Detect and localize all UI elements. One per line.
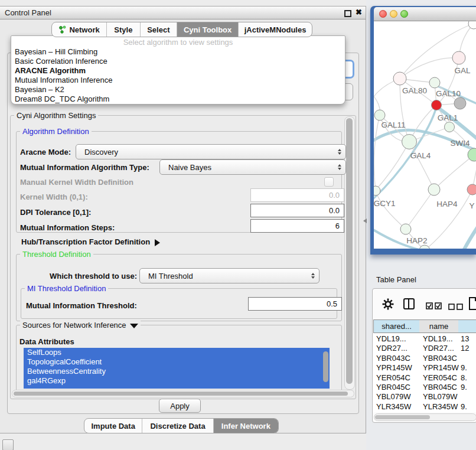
close-traffic-light-icon[interactable] [379, 10, 387, 18]
screen: { "control_panel": { "title": "Control P… [0, 0, 476, 450]
scrollbar-thumb[interactable] [346, 118, 353, 384]
mi-algorithm-type-label: Mutual Information Algorithm Type: [20, 163, 149, 172]
table-row[interactable]: YPR145WYPR145W9. [373, 363, 476, 373]
unchecked-checkboxes-icon[interactable] [448, 302, 463, 312]
splitpane-handle-icon[interactable] [363, 219, 367, 223]
node-gray[interactable] [454, 97, 466, 109]
bottom-tabbar: Impute Data Discretize Data Infer Networ… [84, 418, 279, 433]
combo-arrows-icon [311, 273, 315, 279]
tab-style[interactable]: Style [106, 22, 139, 37]
tab-cyni-toolbox[interactable]: Cyni Toolbox [177, 22, 238, 37]
dropdown-item[interactable]: Dream8 DC_TDC Algorithm [15, 94, 109, 104]
node[interactable] [419, 245, 430, 249]
split-columns-icon[interactable] [403, 298, 415, 309]
list-item[interactable]: BetweennessCentrality [24, 367, 330, 376]
kernel-width-field[interactable]: 0.0 [250, 188, 344, 202]
table-row[interactable]: YDR27...YDR27...12 [373, 344, 476, 353]
column-header-name[interactable]: name [419, 319, 459, 333]
node-label: GAL80 [402, 86, 427, 95]
dropdown-item[interactable]: Bayesian – K2 [15, 85, 64, 94]
sources-title[interactable]: Sources for Network Inference [20, 321, 141, 330]
node-label: SWI4 [450, 139, 470, 148]
list-item[interactable]: TopologicalCoefficient [24, 357, 330, 367]
tab-jactivemnodules[interactable]: jActiveMNodules [238, 22, 312, 37]
column-header-cut[interactable] [458, 319, 476, 333]
algorithm-definition-title: Algorithm Definition [20, 127, 92, 136]
list-item[interactable]: gal4RGexp [24, 376, 330, 386]
table-row[interactable]: YLR345WYLR345W9. [373, 402, 476, 412]
node[interactable] [468, 21, 476, 29]
collapsed-arrow-icon [155, 239, 160, 246]
network-graph: GAL GAL80 GAL10 GAL1 GAL11 SWI4 GAL4 GCY… [374, 21, 476, 249]
aracne-mode-combobox[interactable]: Discovery [76, 144, 346, 159]
mi-threshold-label: Mutual Information Threshold: [26, 301, 137, 310]
node-gal10[interactable] [429, 77, 440, 88]
table-row[interactable]: YBR043CYBR043C [373, 354, 476, 363]
which-threshold-combobox[interactable]: MI Threshold [139, 268, 319, 283]
scrollbar-thumb[interactable] [14, 392, 348, 396]
expanded-arrow-icon [130, 324, 138, 328]
tab-infer-network[interactable]: Infer Network [213, 419, 278, 433]
dpi-tolerance-field[interactable]: 0.0 [250, 204, 344, 217]
node-labels: GAL GAL80 GAL10 GAL1 GAL11 SWI4 GAL4 GCY… [374, 66, 475, 245]
control-panel-window: Control Panel ✖ Network Style Select Cyn… [0, 6, 366, 433]
node-label: GAL4 [410, 151, 431, 160]
data-attributes-label: Data Attributes [19, 337, 74, 346]
control-panel-titlebar: Control Panel ✖ [0, 6, 366, 19]
table-row[interactable]: YBR045CYBR045C9. [373, 383, 476, 392]
zoom-traffic-light-icon[interactable] [400, 10, 408, 18]
tab-discretize-data[interactable]: Discretize Data [142, 419, 213, 433]
close-icon[interactable]: ✖ [356, 8, 362, 17]
node-gal2[interactable] [452, 51, 465, 64]
settings-horizontal-scrollbar[interactable] [12, 390, 354, 397]
table-horizontal-scrollbar[interactable] [374, 413, 476, 421]
scrollbar-thumb[interactable] [375, 415, 430, 419]
node-gcy1[interactable] [374, 186, 380, 195]
node-hap2[interactable] [400, 224, 411, 234]
dropdown-item[interactable]: Mutual Information Inference [15, 76, 112, 85]
hub-definition-toggle[interactable]: Hub/Transcription Factor Definition [21, 237, 160, 246]
data-attributes-list[interactable]: SelfLoops TopologicalCoefficient Between… [24, 348, 330, 389]
combo-arrows-icon [338, 164, 341, 170]
kernel-width-label: Kernel Width (0,1): [20, 193, 88, 201]
node-label: GAL1 [438, 113, 458, 122]
node-gal80[interactable] [393, 72, 406, 85]
mi-threshold-field[interactable]: 0.5 [248, 297, 342, 311]
list-item[interactable]: SelfLoops [24, 348, 330, 357]
algorithm-dropdown-popup: Select algorithm to view settings Bayesi… [11, 35, 345, 105]
manual-kernel-width-label: Manual Kernel Width Definition [20, 178, 133, 187]
tab-impute-data[interactable]: Impute Data [84, 419, 142, 433]
mi-steps-field[interactable]: 6 [250, 219, 344, 233]
new-table-icon[interactable] [469, 297, 476, 312]
node-hap4[interactable] [428, 184, 440, 195]
dropdown-item-selected[interactable]: ARACNE Algorithm [15, 66, 86, 76]
list-scrollbar-thumb[interactable] [323, 351, 328, 382]
gear-icon[interactable] [382, 298, 394, 312]
dropdown-item[interactable]: Basic Correlation Inference [15, 57, 107, 66]
dropdown-item[interactable]: Bayesian – Hill Climbing [15, 47, 97, 57]
manual-kernel-width-checkbox[interactable] [324, 177, 334, 187]
table-row[interactable]: YDL19...YDL19...13 [373, 334, 476, 344]
network-window-titlebar [374, 7, 476, 21]
column-header-shared-name[interactable]: shared... [373, 319, 420, 333]
mi-algorithm-type-combobox[interactable]: Naive Bayes [159, 159, 346, 175]
node-gal11[interactable] [374, 110, 385, 120]
network-canvas[interactable]: GAL GAL80 GAL10 GAL1 GAL11 SWI4 GAL4 GCY… [374, 21, 476, 249]
node[interactable] [445, 122, 455, 132]
mi-threshold-group-title: MI Threshold Definition [25, 284, 108, 293]
float-window-icon[interactable] [344, 10, 351, 17]
node-gal4[interactable] [402, 135, 417, 149]
minimized-panel-icon[interactable] [2, 439, 14, 450]
table-row[interactable]: YER054CYER054C8. [373, 373, 476, 383]
checked-checkboxes-icon[interactable] [426, 301, 442, 312]
node-salmon[interactable] [467, 184, 476, 195]
tab-select[interactable]: Select [140, 22, 177, 37]
table-row[interactable]: YIL052CYIL052C9. [373, 412, 476, 412]
node-label: GAL [454, 66, 471, 75]
tab-network[interactable]: Network [52, 22, 106, 37]
node-gal1[interactable] [432, 100, 442, 110]
minimize-traffic-light-icon[interactable] [390, 10, 397, 18]
table-row[interactable]: YBL079WYBL079W [373, 392, 476, 402]
apply-button[interactable]: Apply [159, 399, 201, 413]
network-icon [58, 25, 66, 34]
